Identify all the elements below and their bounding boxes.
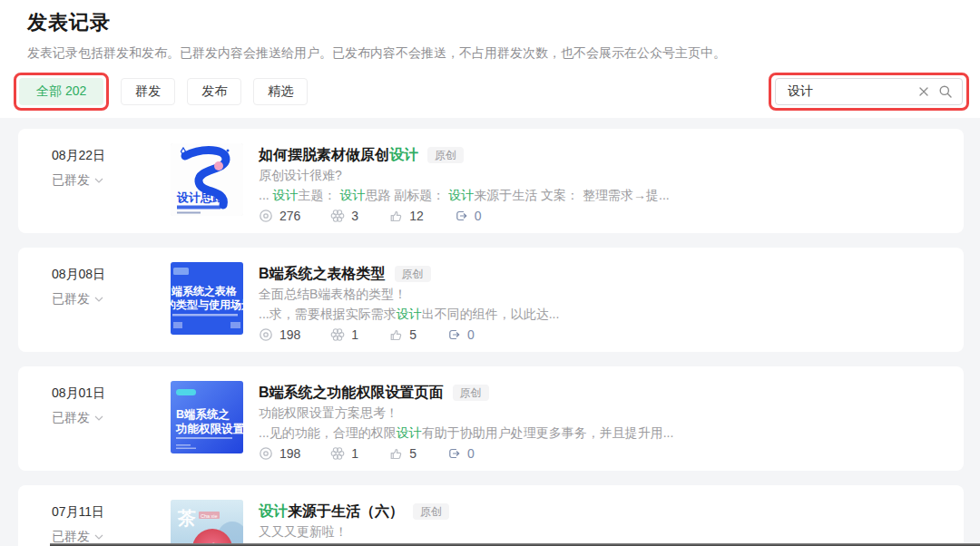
tab-publish[interactable]: 发布 [187, 78, 241, 105]
annotation-box-search [769, 73, 969, 111]
original-badge: 原创 [413, 503, 449, 520]
stat-shares: 0 [454, 209, 482, 223]
chevron-down-icon [94, 297, 103, 302]
stat-likes: 5 [388, 446, 416, 461]
stats-row: 198 1 5 0 [259, 446, 673, 461]
tab-group: 群发 发布 精选 [121, 78, 308, 105]
article-thumbnail[interactable]: B端系统之 功能权限设置页 [171, 381, 243, 453]
svg-text:端系统之表格: 端系统之表格 [171, 285, 237, 297]
search-box[interactable] [775, 78, 963, 105]
chevron-down-icon [94, 178, 103, 183]
stats-row: 276 3 12 0 [259, 209, 670, 223]
tab-mass-send[interactable]: 群发 [121, 78, 175, 105]
status-label: 已群发 [52, 410, 90, 426]
like-icon [388, 209, 403, 223]
article-thumbnail[interactable]: 设计思路 [171, 143, 243, 216]
page-header: 发表记录 发表记录包括群发和发布。已群发内容会推送给用户。已发布内容不会推送，不… [0, 0, 980, 118]
article-summary: 功能权限设置方案思考！ [259, 403, 673, 423]
article-title[interactable]: B端系统之表格类型 [259, 263, 386, 284]
stat-wow: 3 [330, 209, 358, 223]
reads-icon [259, 209, 273, 223]
search-icon[interactable] [938, 84, 953, 99]
list-item[interactable]: 08月08日 已群发 端系统之表格 的类型与使用场景 B端系统之表格类型 原创 [18, 248, 964, 352]
share-icon [446, 446, 461, 461]
article-snippet: ...求，需要根据实际需求设计出不同的组件，以此达... [259, 304, 559, 324]
toolbar: 全部 202 群发 发布 精选 [14, 73, 969, 111]
article-snippet: ... 设计主题： 设计思路 副标题： 设计来源于生活 文案： 整理需求→提..… [259, 185, 670, 205]
svg-text:功能权限设置页: 功能权限设置页 [175, 423, 243, 435]
stat-reads: 198 [259, 327, 300, 342]
svg-text:茶: 茶 [177, 508, 196, 528]
article-snippet: ...见的功能，合理的权限设计有助于协助用户处理更多事务，并且提升用... [259, 423, 673, 443]
stat-likes: 12 [388, 209, 424, 223]
stat-reads: 276 [259, 209, 300, 223]
page-subtitle: 发表记录包括群发和发布。已群发内容会推送给用户。已发布内容不会推送，不占用群发次… [27, 44, 969, 62]
svg-text:设计思路: 设计思路 [176, 190, 225, 204]
chevron-down-icon [94, 415, 103, 421]
item-date: 07月11日 [52, 504, 171, 521]
like-icon [388, 327, 403, 342]
wow-flower-icon [330, 327, 345, 342]
search-input[interactable] [788, 84, 909, 99]
article-summary: 原创设计很难? [259, 165, 670, 185]
status-dropdown[interactable]: 已群发 [52, 410, 103, 426]
item-date: 08月08日 [52, 267, 171, 283]
stats-row: 198 1 5 0 [259, 327, 559, 342]
article-list: 08月22日 已群发 设计思路 如何摆脱素材做原创设计 原创 [0, 118, 980, 546]
stat-shares: 0 [446, 327, 475, 342]
article-title[interactable]: B端系统之功能权限设置页面 [259, 382, 444, 403]
share-icon [446, 327, 461, 342]
stat-reads: 198 [259, 446, 300, 461]
stat-shares: 0 [446, 446, 475, 461]
tab-featured[interactable]: 精选 [253, 78, 308, 105]
status-label: 已群发 [52, 291, 90, 307]
reads-icon [259, 327, 273, 342]
status-label: 已群发 [52, 172, 90, 189]
item-date: 08月22日 [52, 148, 171, 164]
list-item[interactable]: 08月01日 已群发 B端系统之 功能权限设置页 B端系统之功能权限设置页面 原… [18, 366, 964, 471]
status-dropdown[interactable]: 已群发 [52, 172, 103, 189]
article-title[interactable]: 设计来源于生活（六） [259, 501, 404, 522]
clear-icon[interactable] [917, 85, 930, 98]
wow-flower-icon [330, 209, 345, 223]
original-badge: 原创 [453, 385, 489, 401]
page-title: 发表记录 [27, 9, 969, 36]
article-summary: 全面总结B端表格的类型！ [259, 284, 559, 304]
svg-text:B端系统之: B端系统之 [176, 407, 230, 421]
status-dropdown[interactable]: 已群发 [52, 291, 103, 307]
stat-likes: 5 [388, 327, 416, 342]
like-icon [388, 446, 403, 461]
stat-wow: 1 [330, 446, 358, 461]
chevron-down-icon [94, 534, 103, 540]
article-thumbnail[interactable]: 茶 Cha xie 歇 [171, 500, 243, 546]
item-date: 08月01日 [52, 385, 171, 402]
tab-all[interactable]: 全部 202 [19, 78, 103, 105]
article-thumbnail[interactable]: 端系统之表格 的类型与使用场景 [171, 262, 243, 335]
reads-icon [259, 446, 273, 461]
annotation-box-tabs: 全部 202 [14, 73, 109, 111]
original-badge: 原创 [395, 266, 431, 282]
list-item[interactable]: 08月22日 已群发 设计思路 如何摆脱素材做原创设计 原创 [18, 129, 964, 233]
svg-text:Cha xie: Cha xie [201, 513, 218, 519]
svg-text:的类型与使用场景: 的类型与使用场景 [171, 298, 243, 311]
article-title[interactable]: 如何摆脱素材做原创设计 [259, 144, 418, 165]
wow-flower-icon [330, 446, 345, 461]
original-badge: 原创 [427, 147, 464, 163]
list-item[interactable]: 07月11日 已群发 茶 Cha xie 歇 [18, 485, 964, 546]
stat-wow: 1 [330, 327, 358, 342]
share-icon [454, 209, 468, 223]
article-summary: 又又又更新啦！ [259, 522, 449, 541]
